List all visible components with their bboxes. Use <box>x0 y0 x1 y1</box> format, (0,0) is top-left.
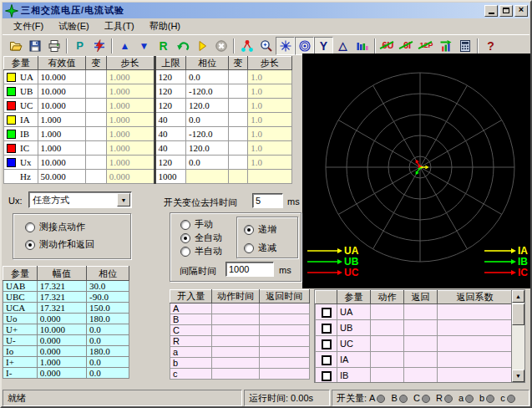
var-cell[interactable] <box>228 70 247 84</box>
menu-help[interactable]: 帮助(H) <box>142 18 188 34</box>
phase-step-cell[interactable]: 1.0 <box>248 84 292 99</box>
radio-action-return[interactable] <box>25 240 35 250</box>
checkbox[interactable] <box>322 355 332 365</box>
wye-view-button[interactable]: Y <box>314 37 333 55</box>
pause-button[interactable]: P <box>70 37 89 55</box>
radio-increase[interactable] <box>244 225 254 235</box>
radio-decrease[interactable] <box>244 243 254 253</box>
delta-view-button[interactable]: △ <box>333 37 352 55</box>
phase-step-cell[interactable]: 1.0 <box>248 113 292 127</box>
var-cell[interactable] <box>86 84 106 99</box>
checkbox[interactable] <box>322 308 332 318</box>
scroll-thumb[interactable] <box>512 303 524 325</box>
var-cell[interactable] <box>86 113 106 127</box>
help-button[interactable]: ? <box>481 37 500 55</box>
var-cell[interactable] <box>86 156 106 170</box>
rms-cell[interactable]: 1.000 <box>38 113 86 127</box>
step-cell[interactable]: 1.000 <box>106 70 155 84</box>
var-cell[interactable] <box>86 127 106 141</box>
phase-step-cell[interactable] <box>248 170 292 184</box>
checkbox[interactable] <box>322 371 332 381</box>
rms-cell[interactable]: 1.000 <box>38 141 86 156</box>
var-cell[interactable] <box>228 156 247 170</box>
save-button[interactable] <box>25 37 44 55</box>
var-cell[interactable] <box>228 113 247 127</box>
limit-cell[interactable]: 120 <box>155 70 186 84</box>
limit-cell[interactable]: 40 <box>155 113 186 127</box>
phase-step-cell[interactable]: 1.0 <box>248 141 292 156</box>
limit-cell[interactable]: 120 <box>155 84 186 99</box>
var-cell[interactable] <box>86 141 106 156</box>
menu-test[interactable]: 试验(E) <box>51 18 97 34</box>
chevron-down-icon[interactable]: ▼ <box>117 193 130 207</box>
phase-step-cell[interactable]: 1.0 <box>248 127 292 141</box>
var-cell[interactable] <box>228 84 247 99</box>
short-circuit-button[interactable] <box>89 37 109 55</box>
phase-step-cell[interactable]: 1.0 <box>248 156 292 170</box>
reset-button[interactable]: R <box>154 37 173 55</box>
var-cell[interactable] <box>86 170 106 184</box>
phase-cell[interactable]: 0.0 <box>186 113 229 127</box>
limit-cell[interactable]: 120 <box>155 99 186 113</box>
six-i-button[interactable]: 6I <box>398 37 417 55</box>
rms-cell[interactable]: 10.000 <box>38 156 86 170</box>
radio-contact-action[interactable] <box>25 222 35 232</box>
step-cell[interactable]: 1.000 <box>106 84 155 99</box>
phase-cell[interactable]: 120.0 <box>186 141 229 156</box>
calculator-button[interactable] <box>455 37 474 55</box>
radio-semi-auto[interactable] <box>180 247 190 257</box>
var-cell[interactable] <box>86 70 106 84</box>
radio-manual[interactable] <box>180 220 190 230</box>
phasor-view-button[interactable] <box>237 37 256 55</box>
phase-cell[interactable] <box>186 170 229 184</box>
twelve-p-button[interactable]: 12P <box>417 37 436 55</box>
undo-button[interactable] <box>173 37 192 55</box>
phase-cell[interactable]: -120.0 <box>186 127 229 141</box>
ux-mode-select[interactable]: 任意方式 ▼ <box>28 191 132 208</box>
minimize-button[interactable] <box>484 5 498 17</box>
maximize-button[interactable] <box>499 5 513 17</box>
var-cell[interactable] <box>228 141 247 156</box>
scrollbar[interactable]: ▲ ▼ <box>511 290 524 382</box>
step-up-button[interactable]: ▲ <box>115 37 134 55</box>
checkbox[interactable] <box>322 339 332 349</box>
var-cell[interactable] <box>86 99 106 113</box>
step-cell[interactable]: 1.000 <box>106 141 155 156</box>
var-cell[interactable] <box>228 99 247 113</box>
phase-cell[interactable]: 0.0 <box>186 70 229 84</box>
rms-cell[interactable]: 50.000 <box>38 170 86 184</box>
menu-tools[interactable]: 工具(T) <box>97 18 142 34</box>
circles-view-button[interactable] <box>295 37 314 55</box>
interval-input[interactable] <box>225 262 274 277</box>
rms-cell[interactable]: 10.000 <box>38 99 86 113</box>
scroll-down-button[interactable]: ▼ <box>512 370 524 382</box>
radio-full-auto[interactable] <box>180 233 190 243</box>
phase-step-cell[interactable]: 1.0 <box>248 99 292 113</box>
step-cell[interactable]: 1.000 <box>106 99 155 113</box>
phase-cell[interactable]: -120.0 <box>186 84 229 99</box>
phase-cell[interactable]: 0.0 <box>186 156 229 170</box>
menu-file[interactable]: 文件(F) <box>6 18 51 34</box>
stop-button[interactable] <box>211 37 231 55</box>
scroll-up-button[interactable]: ▲ <box>512 290 524 303</box>
phase-step-cell[interactable]: 1.0 <box>248 70 292 84</box>
step-cell[interactable]: 1.000 <box>106 127 155 141</box>
var-cell[interactable] <box>228 127 247 141</box>
step-cell[interactable]: 1.000 <box>106 113 155 127</box>
start-button[interactable] <box>192 37 211 55</box>
open-file-button[interactable] <box>6 37 25 55</box>
phase-cell[interactable]: 120.0 <box>186 99 229 113</box>
output-button[interactable] <box>436 37 455 55</box>
print-button[interactable] <box>44 37 63 55</box>
close-button[interactable]: × <box>514 5 528 17</box>
rms-cell[interactable]: 10.000 <box>38 84 86 99</box>
step-cell[interactable]: 1.000 <box>106 156 155 170</box>
star-view-button[interactable] <box>276 37 295 55</box>
zoom-in-button[interactable] <box>256 37 276 55</box>
debounce-input[interactable] <box>252 193 283 208</box>
limit-cell[interactable]: 120 <box>155 156 186 170</box>
var-cell[interactable] <box>228 170 247 184</box>
limit-cell[interactable]: 1000 <box>155 170 186 184</box>
step-down-button[interactable]: ▼ <box>134 37 154 55</box>
rms-cell[interactable]: 1.000 <box>38 127 86 141</box>
